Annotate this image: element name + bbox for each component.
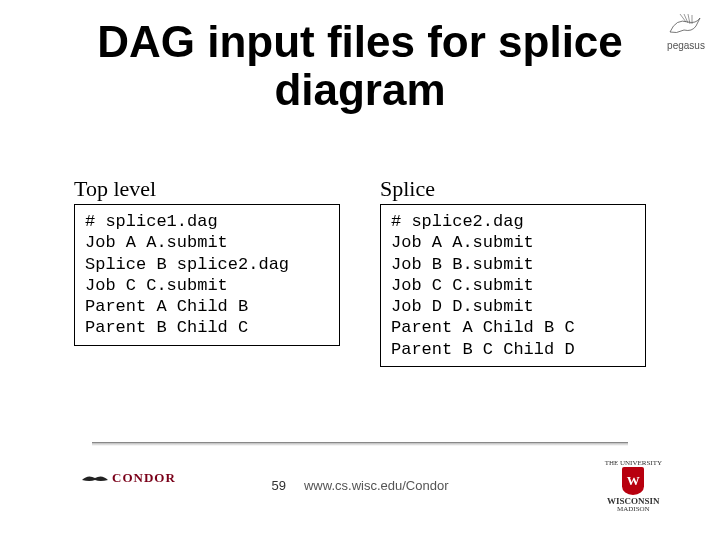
pegasus-label: pegasus bbox=[667, 40, 705, 51]
footer-url: www.cs.wisc.edu/Condor bbox=[304, 478, 449, 493]
slide-title: DAG input files for splice diagram bbox=[0, 18, 720, 115]
left-column: Top level # splice1.dag Job A A.submit S… bbox=[74, 176, 340, 367]
pegasus-logo: pegasus bbox=[666, 12, 706, 51]
right-heading: Splice bbox=[380, 176, 646, 202]
pegasus-icon bbox=[666, 12, 706, 38]
content-columns: Top level # splice1.dag Job A A.submit S… bbox=[74, 176, 646, 367]
uw-top: THE UNIVERSITY bbox=[605, 460, 662, 467]
uw-bot: MADISON bbox=[605, 506, 662, 513]
uw-logo: THE UNIVERSITY WISCONSIN MADISON bbox=[605, 460, 662, 513]
right-code-box: # splice2.dag Job A A.submit Job B B.sub… bbox=[380, 204, 646, 367]
slide: DAG input files for splice diagram pegas… bbox=[0, 0, 720, 540]
divider bbox=[92, 442, 628, 446]
page-number: 59 bbox=[272, 478, 286, 493]
right-column: Splice # splice2.dag Job A A.submit Job … bbox=[380, 176, 646, 367]
left-heading: Top level bbox=[74, 176, 340, 202]
uw-crest-icon bbox=[622, 467, 644, 495]
left-code-box: # splice1.dag Job A A.submit Splice B sp… bbox=[74, 204, 340, 346]
